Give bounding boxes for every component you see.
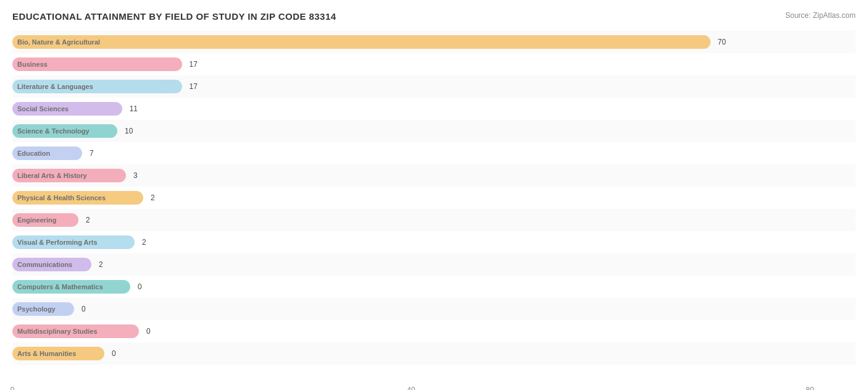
bar-value-9: 2 [142, 238, 146, 247]
bar-label-14: Arts & Humanities [17, 350, 76, 357]
bar-label-2: Literature & Languages [17, 83, 93, 90]
bar-row: Liberal Arts & History3 [12, 164, 856, 187]
bar-row: Computers & Mathematics0 [12, 276, 856, 298]
bar-row: Communications2 [12, 253, 856, 276]
bar-row: Arts & Humanities0 [12, 342, 856, 365]
bar-value-8: 2 [86, 216, 90, 224]
bar-value-0: 70 [718, 38, 726, 46]
bar-label-6: Liberal Arts & History [17, 172, 87, 179]
bar-value-11: 0 [138, 282, 142, 291]
bar-row: Physical & Health Sciences2 [12, 187, 856, 209]
bar-value-7: 2 [151, 193, 155, 202]
bar-label-11: Computers & Mathematics [17, 283, 103, 290]
bar-label-13: Multidisciplinary Studies [17, 328, 98, 335]
bar-value-3: 11 [130, 104, 138, 113]
bar-label-1: Business [17, 61, 48, 68]
x-tick: 40 [407, 386, 415, 390]
bar-label-9: Visual & Performing Arts [17, 239, 98, 246]
bar-row: Visual & Performing Arts2 [12, 231, 856, 253]
bar-label-4: Science & Technology [17, 127, 90, 135]
bar-row: Education7 [12, 142, 856, 164]
bar-label-3: Social Sciences [17, 105, 69, 112]
bars-container: Bio, Nature & Agricultural70Business17Li… [12, 31, 856, 383]
bar-row: Science & Technology10 [12, 120, 856, 142]
chart-container: Bio, Nature & Agricultural70Business17Li… [12, 31, 856, 390]
bar-value-5: 7 [90, 149, 94, 158]
x-tick: 0 [10, 386, 15, 390]
bar-label-12: Psychology [17, 305, 56, 313]
bar-row: Literature & Languages17 [12, 75, 856, 98]
bar-label-0: Bio, Nature & Agricultural [17, 38, 100, 46]
bar-value-12: 0 [81, 305, 86, 313]
bar-label-7: Physical & Health Sciences [17, 194, 106, 201]
x-tick: 80 [806, 386, 814, 390]
bar-row: Business17 [12, 53, 856, 75]
bar-value-10: 2 [99, 260, 103, 269]
bar-value-1: 17 [190, 60, 198, 69]
bar-row: Psychology0 [12, 298, 856, 320]
x-axis: 04080 [12, 386, 856, 390]
bar-value-13: 0 [146, 327, 151, 336]
bar-value-6: 3 [133, 171, 138, 180]
bar-value-14: 0 [112, 349, 116, 358]
bar-row: Multidisciplinary Studies0 [12, 320, 856, 342]
bar-label-8: Engineering [17, 216, 57, 224]
bar-label-5: Education [17, 150, 50, 157]
chart-title: EDUCATIONAL ATTAINMENT BY FIELD OF STUDY… [12, 11, 336, 22]
bar-row: Social Sciences11 [12, 98, 856, 120]
bar-value-4: 10 [125, 127, 133, 135]
bar-row: Bio, Nature & Agricultural70 [12, 31, 856, 53]
bar-value-2: 17 [190, 82, 198, 91]
bar-label-10: Communications [17, 261, 72, 268]
source-label: Source: ZipAtlas.com [785, 11, 856, 20]
bar-row: Engineering2 [12, 209, 856, 231]
